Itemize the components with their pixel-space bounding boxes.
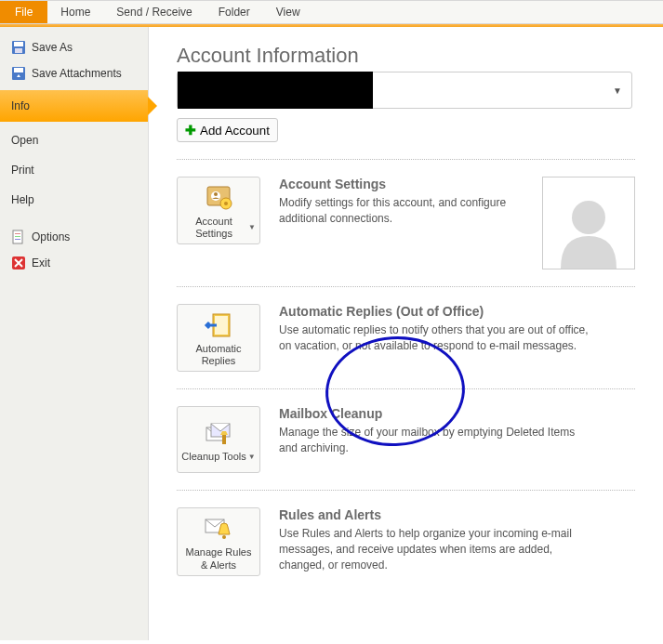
divider	[177, 286, 635, 287]
sidebar-item-label: Print	[11, 164, 34, 177]
auto-reply-icon	[204, 310, 233, 340]
svg-rect-17	[215, 316, 228, 335]
sidebar-save-attachments[interactable]: Save Attachments	[0, 60, 148, 86]
avatar-placeholder-icon	[547, 185, 630, 269]
chevron-down-icon: ▼	[248, 453, 256, 462]
section-automatic-replies: Automatic Replies Automatic Replies (Out…	[177, 304, 635, 372]
automatic-replies-button[interactable]: Automatic Replies	[177, 304, 260, 372]
button-label: Cleanup Tools	[181, 451, 246, 463]
svg-rect-1	[14, 42, 23, 46]
button-label: Account Settings	[181, 216, 246, 240]
add-account-button[interactable]: ✚ Add Account	[177, 118, 278, 142]
manage-rules-alerts-button[interactable]: Manage Rules & Alerts	[177, 507, 260, 575]
svg-point-14	[224, 202, 228, 205]
sidebar-exit[interactable]: Exit	[0, 250, 148, 276]
sidebar-item-label: Info	[11, 99, 30, 112]
sidebar-item-label: Open	[11, 134, 38, 147]
svg-rect-8	[15, 239, 20, 240]
button-label: Automatic Replies	[181, 343, 256, 367]
cleanup-tools-button[interactable]: Cleanup Tools▼	[177, 406, 260, 473]
section-title: Automatic Replies (Out of Office)	[279, 304, 635, 319]
sidebar-item-label: Options	[32, 230, 70, 243]
svg-point-22	[222, 535, 226, 539]
tab-file[interactable]: File	[0, 1, 47, 23]
tab-folder[interactable]: Folder	[206, 1, 263, 23]
sidebar-print[interactable]: Print	[0, 155, 148, 185]
page-title: Account Information	[177, 44, 635, 68]
sidebar-info[interactable]: Info	[0, 90, 148, 122]
exit-icon	[11, 256, 26, 270]
plus-icon: ✚	[185, 123, 196, 138]
save-icon	[11, 40, 26, 55]
sidebar-help[interactable]: Help	[0, 185, 148, 215]
sidebar-item-label: Save Attachments	[32, 67, 122, 80]
svg-rect-2	[15, 48, 22, 53]
section-mailbox-cleanup: Cleanup Tools▼ Mailbox Cleanup Manage th…	[177, 406, 635, 473]
backstage-content: Account Information ▼ ✚ Add Account Acco…	[149, 27, 663, 640]
divider	[177, 388, 635, 389]
sidebar-item-label: Exit	[32, 256, 50, 269]
tab-view[interactable]: View	[263, 1, 313, 23]
divider	[177, 490, 635, 491]
cleanup-icon	[204, 418, 233, 448]
sidebar-options[interactable]: Options	[0, 224, 148, 250]
section-desc: Manage the size of your mailbox by empty…	[279, 425, 595, 456]
svg-rect-6	[15, 233, 20, 234]
account-settings-button[interactable]: Account Settings▼	[177, 177, 260, 244]
account-redacted	[178, 72, 373, 109]
sidebar-save-as[interactable]: Save As	[0, 34, 148, 60]
section-title: Account Settings	[279, 177, 524, 191]
options-icon	[11, 230, 26, 244]
add-account-label: Add Account	[200, 124, 270, 138]
sidebar-open[interactable]: Open	[0, 125, 148, 155]
section-title: Mailbox Cleanup	[279, 406, 635, 421]
ribbon-tabs: File Home Send / Receive Folder View	[0, 0, 663, 24]
section-rules-alerts: Manage Rules & Alerts Rules and Alerts U…	[177, 507, 635, 575]
avatar	[542, 177, 635, 269]
svg-rect-20	[222, 435, 226, 444]
sidebar-item-label: Save As	[32, 41, 73, 54]
section-title: Rules and Alerts	[279, 507, 635, 522]
section-account-settings: Account Settings▼ Account Settings Modif…	[177, 177, 635, 269]
section-desc: Modify settings for this account, and co…	[279, 195, 524, 227]
account-settings-icon	[204, 183, 233, 213]
attachment-icon	[11, 66, 26, 81]
divider	[177, 159, 635, 160]
chevron-down-icon: ▼	[613, 85, 622, 96]
tab-home[interactable]: Home	[47, 1, 103, 23]
backstage-sidebar: Save As Save Attachments Info Open Print…	[0, 27, 149, 640]
section-desc: Use automatic replies to notify others t…	[279, 322, 595, 354]
tab-send-receive[interactable]: Send / Receive	[103, 1, 205, 23]
svg-rect-4	[14, 68, 23, 72]
rules-alerts-icon	[204, 514, 233, 544]
svg-point-12	[214, 192, 218, 196]
svg-rect-7	[15, 236, 20, 237]
button-label: Manage Rules & Alerts	[181, 546, 256, 571]
sidebar-item-label: Help	[11, 193, 34, 206]
section-desc: Use Rules and Alerts to help organize yo…	[279, 526, 595, 572]
chevron-down-icon: ▼	[248, 223, 256, 232]
account-dropdown[interactable]: ▼	[177, 72, 632, 109]
svg-point-15	[572, 201, 605, 234]
